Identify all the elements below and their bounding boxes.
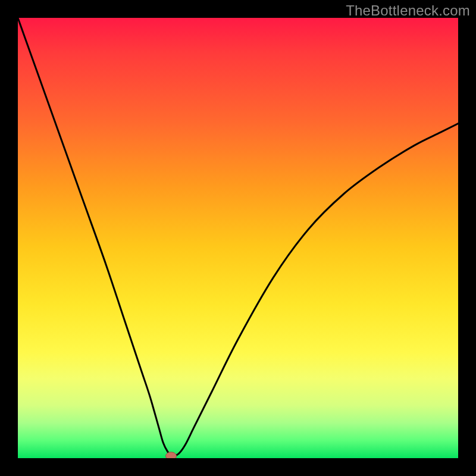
minimum-marker <box>166 452 177 458</box>
watermark-text: TheBottleneck.com <box>346 2 470 19</box>
chart-frame: TheBottleneck.com <box>0 0 476 476</box>
chart-svg <box>18 18 458 458</box>
bottleneck-curve <box>18 18 458 456</box>
chart-plot-area <box>18 18 458 458</box>
